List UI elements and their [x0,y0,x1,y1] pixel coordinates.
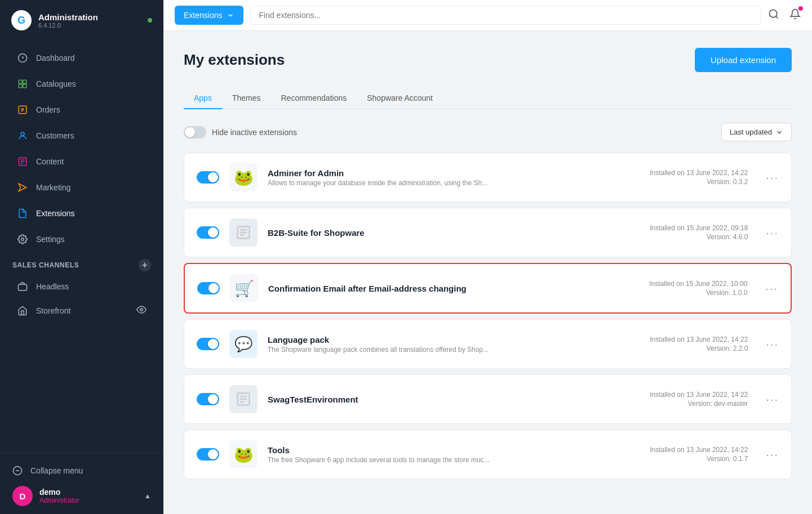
app-version: 6.4.12.0 [38,22,98,29]
headless-icon [17,281,28,292]
notification-bell-icon[interactable] [789,8,801,23]
hide-inactive-toggle[interactable] [184,126,206,138]
ext-meta-confirmation-email: Installed on 15 June 2022, 10:00 Version… [646,280,747,297]
ext-icon-tools: 🐸 [229,440,258,468]
sidebar-item-catalogues[interactable]: Catalogues [5,71,159,97]
user-role: Administrator [39,497,79,504]
tab-recommendations[interactable]: Recommendations [271,88,357,109]
extensions-list: 🐸 Adminer for Admin Allows to manage you… [184,153,792,479]
svg-rect-4 [23,80,26,83]
ext-more-language-pack[interactable]: ··· [766,338,779,351]
search-icon[interactable] [768,8,779,23]
sidebar-item-marketing-label: Marketing [36,183,70,192]
user-chevron-icon[interactable]: ▲ [144,492,151,500]
sidebar-item-headless[interactable]: Headless [5,275,159,298]
ext-desc-tools: The free Shopware 6 app include several … [268,456,636,464]
notification-badge [798,6,803,11]
sidebar-item-extensions[interactable]: Extensions [5,200,159,226]
ext-icon-confirmation-email: 🛒 [230,274,258,302]
ext-info-confirmation-email: Confirmation Email after Email-address c… [268,284,636,293]
sort-label: Last updated [730,128,772,136]
sidebar-item-customers-label: Customers [36,131,74,140]
sidebar-item-extensions-label: Extensions [36,209,74,218]
ext-toggle-adminer[interactable] [197,171,219,184]
svg-point-11 [21,132,24,136]
upload-extension-button[interactable]: Upload extension [695,48,792,72]
ext-toggle-tools[interactable] [197,448,219,461]
ext-version-swag: Version: dev-master [646,400,748,408]
ext-more-b2b[interactable]: ··· [766,226,779,239]
collapse-menu-button[interactable]: Collapse menu [12,461,151,480]
sidebar-item-settings[interactable]: Settings [5,226,159,252]
ext-more-swag[interactable]: ··· [766,393,779,406]
svg-rect-3 [19,80,22,83]
ext-version-b2b: Version: 4.6.0 [646,233,748,241]
sidebar-item-dashboard[interactable]: Dashboard [5,45,159,71]
sidebar-item-customers[interactable]: Customers [5,123,159,149]
tab-shopware-account[interactable]: Shopware Account [357,88,443,109]
top-bar-icons [768,8,801,23]
ext-toggle-b2b[interactable] [197,226,219,239]
ext-version-tools: Version: 0.1.7 [646,455,748,463]
marketing-icon [17,182,28,193]
ext-more-tools[interactable]: ··· [766,448,779,461]
ext-name-language-pack: Language pack [268,335,636,345]
ext-meta-swag: Installed on 13 June 2022, 14:22 Version… [646,391,748,408]
ext-info-adminer: Adminer for Admin Allows to manage your … [268,168,636,187]
ext-date-tools: Installed on 13 June 2022, 14:22 [646,446,748,454]
ext-meta-adminer: Installed on 13 June 2022, 14:22 Version… [646,169,748,186]
ext-toggle-swag[interactable] [197,393,219,405]
ext-toggle-confirmation-email[interactable] [197,282,220,294]
dashboard-icon [17,52,28,64]
ext-version-adminer: Version: 0.3.2 [646,178,748,186]
sidebar-item-marketing[interactable]: Marketing [5,175,159,200]
ext-name-confirmation-email: Confirmation Email after Email-address c… [268,284,636,293]
tab-apps[interactable]: Apps [184,88,222,109]
ext-name-b2b: B2B-Suite for Shopware [268,228,636,238]
ext-date-language-pack: Installed on 13 June 2022, 14:22 [646,336,748,343]
extensions-dropdown-label: Extensions [184,11,222,20]
catalogues-icon [17,78,28,90]
page-title: My extensions [184,51,285,69]
ext-version-language-pack: Version: 2.2.0 [646,345,748,352]
ext-more-confirmation-email[interactable]: ··· [765,282,778,295]
sidebar-item-orders-label: Orders [36,105,60,114]
ext-info-language-pack: Language pack The Shopware language pack… [268,335,636,354]
page-content: My extensions Upload extension Apps Them… [163,31,812,514]
svg-line-23 [776,16,778,18]
sidebar-item-storefront[interactable]: Storefront [5,298,159,323]
ext-meta-tools: Installed on 13 June 2022, 14:22 Version… [646,446,748,463]
search-input-wrap [250,6,761,25]
add-sales-channel-button[interactable]: + [139,259,151,271]
extension-card-confirmation-email: 🛒 Confirmation Email after Email-address… [184,263,792,314]
collapse-menu-label: Collapse menu [30,466,83,475]
sidebar-item-content-label: Content [36,157,64,166]
user-avatar: D [12,486,33,506]
svg-rect-5 [19,84,22,88]
collapse-icon [12,466,23,476]
ext-date-adminer: Installed on 13 June 2022, 14:22 [646,169,748,177]
svg-point-17 [21,238,24,241]
sidebar-item-content[interactable]: Content [5,149,159,175]
search-input[interactable] [259,11,753,20]
svg-marker-16 [19,184,26,191]
tabs: Apps Themes Recommendations Shopware Acc… [184,88,792,109]
toggle-knob [185,127,195,137]
ext-toggle-language-pack[interactable] [197,338,219,350]
ext-more-adminer[interactable]: ··· [766,171,779,184]
sidebar-item-orders[interactable]: Orders [5,97,159,123]
tab-themes[interactable]: Themes [222,88,271,109]
sidebar-item-settings-label: Settings [36,235,65,244]
extensions-dropdown-button[interactable]: Extensions [175,6,243,25]
filter-row: Hide inactive extensions Last updated [184,123,792,141]
main-content: Extensions My extensions Upload extensio… [163,0,812,514]
ext-date-b2b: Installed on 15 June 2022, 09:18 [646,224,748,232]
storefront-eye-icon [136,305,147,316]
user-name: demo [39,488,79,497]
sidebar-header: G Administration 6.4.12.0 [0,0,163,41]
headless-label: Headless [36,282,69,291]
sidebar: G Administration 6.4.12.0 Dashboard Cata… [0,0,163,514]
ext-icon-swag [229,385,258,413]
ext-date-swag: Installed on 13 June 2022, 14:22 [646,391,748,399]
sort-dropdown[interactable]: Last updated [721,123,792,141]
